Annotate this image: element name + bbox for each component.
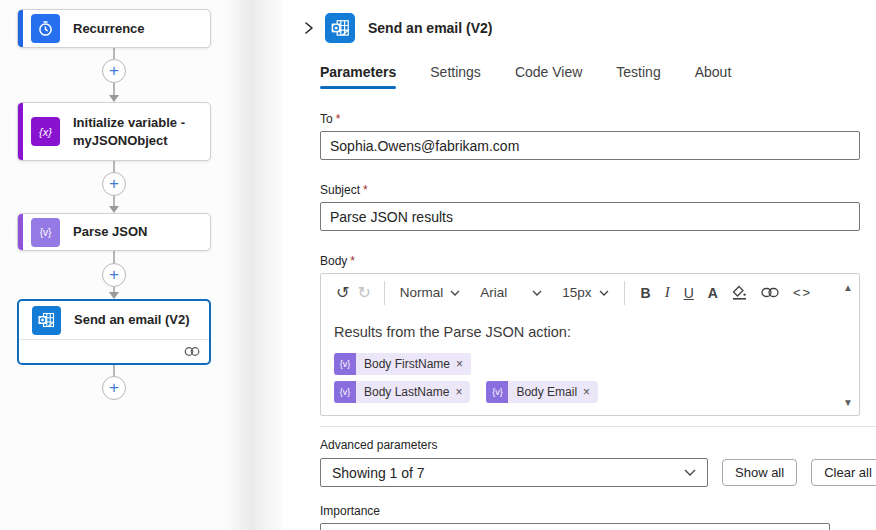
code-view-button[interactable]: <>: [786, 285, 819, 300]
tab-about[interactable]: About: [695, 64, 732, 89]
underline-button[interactable]: U: [677, 285, 701, 301]
insert-step-button[interactable]: +: [102, 59, 126, 83]
importance-label: Importance: [320, 504, 860, 518]
connector-arrow: [109, 292, 119, 299]
section-divider: [320, 426, 876, 427]
advanced-parameters-row: Showing 1 of 7 Show all Clear all: [320, 458, 860, 487]
connector-line: [113, 196, 115, 206]
chevron-down-icon: [599, 290, 609, 296]
token-pill[interactable]: {v} Body Email ×: [486, 381, 598, 403]
plus-icon: +: [109, 265, 119, 285]
toolbar-separator: [624, 281, 625, 305]
token-pill[interactable]: {v} Body LastName ×: [334, 381, 470, 403]
font-size-dropdown[interactable]: 15px: [556, 285, 614, 300]
scroll-up-icon[interactable]: ▲: [843, 282, 853, 293]
accent-bar: [18, 10, 23, 47]
token-pill[interactable]: {v} Body FirstName ×: [334, 353, 471, 375]
panel-header: Send an email (V2): [283, 0, 876, 43]
chevron-down-icon: [450, 290, 460, 296]
required-asterisk: *: [336, 112, 341, 126]
undo-icon[interactable]: ↺: [332, 283, 353, 302]
connector-line: [113, 251, 115, 263]
token-label: Body Email: [516, 385, 577, 399]
label-text: Body: [320, 254, 347, 268]
accent-bar: [18, 214, 23, 250]
body-field-label: Body*: [320, 254, 860, 268]
paragraph-style-dropdown[interactable]: Normal: [394, 285, 467, 300]
dynamic-content-icon: {v}: [486, 381, 508, 403]
italic-button[interactable]: I: [658, 284, 677, 301]
rte-toolbar: ↺ ↻ Normal Arial 15px B I U: [321, 274, 859, 311]
required-asterisk: *: [350, 254, 355, 268]
advanced-parameters-label: Advanced parameters: [320, 438, 860, 452]
subject-field-label: Subject*: [320, 183, 860, 197]
connection-icon[interactable]: [184, 346, 200, 357]
subject-input[interactable]: [320, 202, 860, 231]
to-input[interactable]: [320, 131, 860, 160]
connector-line: [113, 48, 115, 59]
node-label: Initialize variable - myJSONObject: [73, 114, 198, 149]
to-field-label: To*: [320, 112, 860, 126]
style-value: Normal: [400, 285, 444, 300]
font-value: Arial: [480, 285, 507, 300]
font-family-dropdown[interactable]: Arial: [474, 285, 548, 300]
tab-parameters[interactable]: Parameters: [320, 64, 396, 89]
panel-title: Send an email (V2): [368, 20, 492, 36]
body-rich-text-editor[interactable]: ↺ ↻ Normal Arial 15px B I U: [320, 273, 860, 416]
connector-line: [113, 83, 115, 95]
tab-settings[interactable]: Settings: [430, 64, 481, 89]
node-initialize-variable[interactable]: {x} Initialize variable - myJSONObject: [17, 102, 211, 161]
variable-braces-icon: {x}: [31, 117, 60, 146]
flow-canvas: Recurrence + {x} Initialize variable - m…: [0, 0, 283, 530]
outlook-icon: [325, 13, 355, 43]
insert-step-button[interactable]: +: [102, 376, 126, 400]
recurrence-clock-icon: [31, 14, 60, 43]
remove-token-icon[interactable]: ×: [583, 385, 590, 399]
label-text: Subject: [320, 183, 360, 197]
node-recurrence[interactable]: Recurrence: [17, 9, 211, 48]
braces-v-glyph: {v}: [40, 227, 52, 238]
toolbar-separator: [384, 281, 385, 305]
font-color-button[interactable]: A: [701, 285, 725, 301]
node-label: Recurrence: [73, 20, 145, 38]
advanced-parameters-dropdown[interactable]: Showing 1 of 7: [320, 458, 708, 487]
connector-arrow: [109, 206, 119, 213]
action-properties-panel: Send an email (V2) Parameters Settings C…: [283, 0, 876, 530]
plus-icon: +: [109, 61, 119, 81]
tab-testing[interactable]: Testing: [616, 64, 660, 89]
rte-content[interactable]: Results from the Parse JSON action: {v} …: [321, 311, 859, 409]
show-all-button[interactable]: Show all: [722, 459, 797, 486]
chevron-down-icon: [532, 290, 542, 296]
remove-token-icon[interactable]: ×: [456, 357, 463, 371]
importance-row: Normal: [320, 523, 860, 530]
insert-step-button[interactable]: +: [102, 172, 126, 196]
token-pills: {v} Body FirstName × {v} Body LastName ×…: [334, 353, 634, 409]
remove-token-icon[interactable]: ×: [455, 385, 462, 399]
insert-step-button[interactable]: +: [102, 263, 126, 287]
redo-icon[interactable]: ↻: [353, 283, 374, 302]
label-text: To: [320, 112, 333, 126]
scroll-down-icon[interactable]: ▼: [843, 397, 853, 408]
connector-arrow: [109, 95, 119, 102]
link-icon[interactable]: [754, 287, 786, 298]
tab-code-view[interactable]: Code View: [515, 64, 582, 89]
flow-column: Recurrence + {x} Initialize variable - m…: [17, 9, 211, 400]
bold-button[interactable]: B: [634, 285, 658, 301]
node-parse-json[interactable]: {v} Parse JSON: [17, 213, 211, 251]
required-asterisk: *: [363, 183, 368, 197]
plus-icon: +: [109, 378, 119, 398]
remove-importance-icon[interactable]: [848, 527, 863, 530]
body-text-line[interactable]: Results from the Parse JSON action:: [334, 324, 833, 340]
panel-shadow: [225, 0, 283, 530]
size-value: 15px: [562, 285, 591, 300]
dropdown-value: Showing 1 of 7: [332, 465, 425, 481]
clear-all-button[interactable]: Clear all: [811, 459, 876, 486]
node-label: Parse JSON: [73, 223, 147, 241]
connector-line: [113, 365, 115, 376]
collapse-panel-button[interactable]: [298, 17, 320, 39]
braces-x-glyph: {x}: [39, 126, 52, 138]
node-send-email-selected[interactable]: Send an email (V2): [17, 299, 211, 365]
highlight-icon[interactable]: [725, 285, 754, 300]
importance-dropdown[interactable]: Normal: [320, 523, 830, 530]
connector-line: [113, 161, 115, 172]
